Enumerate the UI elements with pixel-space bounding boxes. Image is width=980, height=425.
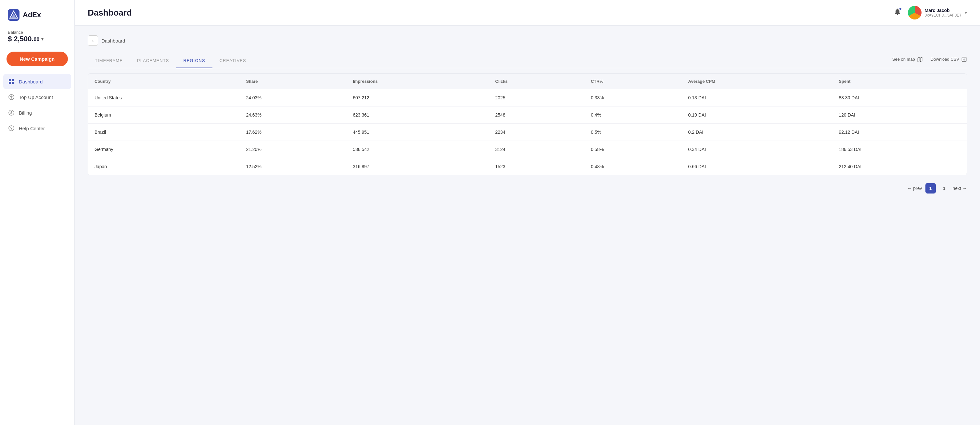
table-cell-3-1: 21.20% (239, 141, 346, 158)
user-name: Marc Jacob (925, 8, 961, 13)
header: Dashboard Marc Jacob 0xA9ECFD...5AF8E7 ▾ (75, 0, 980, 25)
tabs-row: TIMEFRAME PLACEMENTS REGIONS CREATIVES S… (88, 54, 967, 68)
table-cell-3-3: 3124 (489, 141, 584, 158)
user-info: Marc Jacob 0xA9ECFD...5AF8E7 (925, 8, 961, 17)
dashboard-icon (8, 78, 15, 85)
table-cell-0-6: 83.30 DAI (832, 89, 967, 106)
table-cell-4-1: 12.52% (239, 158, 346, 175)
billing-icon: $ (8, 109, 15, 116)
table-cell-3-5: 0.34 DAI (682, 141, 832, 158)
table-cell-2-3: 2234 (489, 124, 584, 141)
notification-badge (899, 7, 902, 10)
tabs-left: TIMEFRAME PLACEMENTS REGIONS CREATIVES (88, 54, 892, 68)
table-row: Germany21.20%536,54231240.58%0.34 DAI186… (88, 141, 967, 158)
table-cell-1-1: 24.63% (239, 106, 346, 124)
col-header-avgcpm: Average CPM (682, 74, 832, 89)
user-menu[interactable]: Marc Jacob 0xA9ECFD...5AF8E7 ▾ (908, 6, 967, 19)
avatar (908, 6, 921, 19)
table-header-row: Country Share Impressions Clicks CTR% Av… (88, 74, 967, 89)
col-header-spent: Spent (832, 74, 967, 89)
prev-arrow-icon: ← (907, 186, 912, 191)
table-body: United States24.03%607,21220250.33%0.13 … (88, 89, 967, 175)
breadcrumb-back-button[interactable]: ‹ (88, 35, 98, 46)
tab-placements[interactable]: PLACEMENTS (130, 54, 177, 68)
total-pages-number[interactable]: 1 (939, 183, 950, 193)
balance-value: $ 2,500.00 (8, 35, 39, 43)
col-header-ctr: CTR% (584, 74, 682, 89)
download-csv-button[interactable]: Download CSV (931, 57, 967, 62)
table-cell-4-5: 0.66 DAI (682, 158, 832, 175)
table-cell-0-3: 2025 (489, 89, 584, 106)
table-cell-2-2: 445,951 (346, 124, 488, 141)
download-csv-label: Download CSV (931, 57, 959, 62)
prev-page-button[interactable]: ← prev (907, 186, 922, 191)
current-page-number[interactable]: 1 (926, 183, 936, 193)
next-page-button[interactable]: next → (953, 186, 967, 191)
table-cell-3-0: Germany (88, 141, 239, 158)
balance-label: Balance (8, 30, 67, 35)
col-header-clicks: Clicks (489, 74, 584, 89)
next-arrow-icon: → (963, 186, 967, 191)
user-address: 0xA9ECFD...5AF8E7 (925, 13, 961, 17)
adex-logo-icon (8, 9, 19, 21)
svg-rect-4 (12, 79, 14, 81)
regions-table: Country Share Impressions Clicks CTR% Av… (88, 74, 967, 175)
table-cell-4-2: 316,897 (346, 158, 488, 175)
tabs-right: See on map Download CSV (892, 57, 967, 65)
next-label: next (953, 186, 961, 191)
sidebar: AdEx Balance $ 2,500.00 ▾ New Campaign D… (0, 0, 75, 425)
table-cell-1-0: Belgium (88, 106, 239, 124)
balance-chevron-icon: ▾ (41, 36, 43, 41)
tab-creatives[interactable]: CREATIVES (212, 54, 253, 68)
table-cell-1-4: 0.4% (584, 106, 682, 124)
main-content: Dashboard Marc Jacob 0xA9ECFD...5AF8E7 ▾… (75, 0, 980, 425)
svg-rect-3 (9, 79, 11, 81)
table-cell-3-4: 0.58% (584, 141, 682, 158)
notifications-button[interactable] (894, 8, 901, 17)
breadcrumb: ‹ Dashboard (88, 35, 967, 46)
table-cell-4-6: 212.40 DAI (832, 158, 967, 175)
sidebar-item-help[interactable]: Help Center (3, 121, 71, 136)
new-campaign-button[interactable]: New Campaign (6, 52, 68, 66)
table-row: Brazil17.62%445,95122340.5%0.2 DAI92.12 … (88, 124, 967, 141)
sidebar-item-label-billing: Billing (19, 110, 32, 116)
logo-area: AdEx (0, 0, 75, 27)
table-cell-4-3: 1523 (489, 158, 584, 175)
table-row: Japan12.52%316,89715230.48%0.66 DAI212.4… (88, 158, 967, 175)
table-cell-2-6: 92.12 DAI (832, 124, 967, 141)
table-cell-4-4: 0.48% (584, 158, 682, 175)
table-cell-1-6: 120 DAI (832, 106, 967, 124)
balance-row[interactable]: $ 2,500.00 ▾ (8, 35, 67, 43)
sidebar-item-billing[interactable]: $ Billing (3, 105, 71, 120)
col-header-impressions: Impressions (346, 74, 488, 89)
tab-regions[interactable]: REGIONS (176, 54, 212, 68)
see-on-map-button[interactable]: See on map (892, 57, 923, 62)
regions-table-container: Country Share Impressions Clicks CTR% Av… (88, 73, 967, 175)
svg-point-11 (11, 130, 12, 130)
table-cell-2-4: 0.5% (584, 124, 682, 141)
content-area: ‹ Dashboard TIMEFRAME PLACEMENTS REGIONS… (75, 25, 980, 425)
table-row: Belgium24.63%623,36125480.4%0.19 DAI120 … (88, 106, 967, 124)
sidebar-item-label-help: Help Center (19, 126, 45, 131)
nav-menu: Dashboard Top Up Account $ Billing (0, 74, 75, 136)
help-icon (8, 125, 15, 132)
col-header-share: Share (239, 74, 346, 89)
table-cell-0-1: 24.03% (239, 89, 346, 106)
header-right: Marc Jacob 0xA9ECFD...5AF8E7 ▾ (894, 6, 967, 19)
table-cell-0-4: 0.33% (584, 89, 682, 106)
table-header: Country Share Impressions Clicks CTR% Av… (88, 74, 967, 89)
map-icon (917, 57, 923, 62)
table-cell-0-0: United States (88, 89, 239, 106)
breadcrumb-text: Dashboard (101, 38, 125, 43)
sidebar-item-dashboard[interactable]: Dashboard (3, 74, 71, 89)
svg-text:$: $ (10, 111, 12, 114)
svg-rect-5 (9, 82, 11, 84)
svg-rect-6 (12, 82, 14, 84)
tab-timeframe[interactable]: TIMEFRAME (88, 54, 130, 68)
table-cell-0-5: 0.13 DAI (682, 89, 832, 106)
topup-icon (8, 94, 15, 101)
col-header-country: Country (88, 74, 239, 89)
see-on-map-label: See on map (892, 57, 915, 62)
sidebar-item-topup[interactable]: Top Up Account (3, 90, 71, 105)
sidebar-item-label-topup: Top Up Account (19, 95, 53, 100)
